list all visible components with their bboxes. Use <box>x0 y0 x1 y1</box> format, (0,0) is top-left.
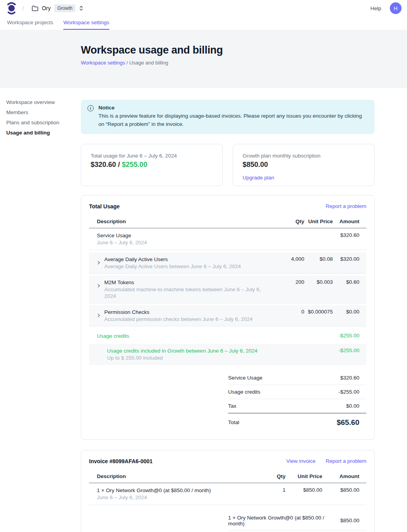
row-unit-price: $0.08 <box>304 256 333 262</box>
col-amount: Amount <box>322 473 359 479</box>
chevron-right-icon <box>97 313 101 317</box>
view-invoice-link[interactable]: View invoice <box>286 458 316 464</box>
col-description: Description <box>97 473 254 479</box>
summary-row-tax: Tax $0.00 <box>228 399 366 414</box>
row-amount: $0.00 <box>333 309 359 315</box>
tab-workspace-settings[interactable]: Workspace settings <box>63 20 109 30</box>
breadcrumb-link-workspace-settings[interactable]: Workspace settings <box>81 60 125 66</box>
row-subtitle: Up to $ 255.00 included <box>107 355 333 361</box>
table-row-average-daily-active-users[interactable]: Average Daily Active Users Average Daily… <box>89 253 366 274</box>
col-description: Description <box>97 219 273 224</box>
content-column: i Notice This is a preview feature for d… <box>81 100 375 532</box>
row-title: Average Daily Active Users <box>104 256 273 263</box>
total-usage-value: $320.60 / $255.00 <box>91 161 213 169</box>
workspace-name: Ory <box>42 5 51 11</box>
plan-subscription-value: $850.00 <box>243 161 365 169</box>
total-usage-label: Total usage for June 6 – July 6, 2024 <box>91 153 213 159</box>
plan-subscription-card: Growth plan monthly subscription $850.00… <box>233 144 375 186</box>
row-qty: 0 <box>273 309 304 315</box>
table-row-invoice-line: 1 × Ory Network Growth@0 (at $850.00 / m… <box>89 483 366 505</box>
row-subtitle: Accumulated permission checks between Ju… <box>104 316 273 322</box>
chevron-updown-icon[interactable] <box>79 5 84 11</box>
notice-title: Notice <box>98 105 365 111</box>
summary-cards-row: Total usage for June 6 – July 6, 2024 $3… <box>81 144 375 186</box>
row-qty: 200 <box>273 279 304 285</box>
sidebar-item-plans-and-subscription[interactable]: Plans and subscription <box>6 120 81 125</box>
ory-logo[interactable] <box>6 2 17 14</box>
summary-row-line-item: 1 × Ory Network Growth@0 (at $850.00 / m… <box>228 511 366 531</box>
row-amount: $320.00 <box>333 256 359 262</box>
row-title: 1 × Ory Network Growth@0 (at $850.00 / m… <box>97 487 254 494</box>
table-row-usage-credits-detail: Usage credits included in Growth between… <box>89 344 366 365</box>
table-row-permission-checks[interactable]: Permission Checks Accumulated permission… <box>89 305 366 326</box>
sidebar-item-workspace-overview[interactable]: Workspace overview <box>6 100 81 105</box>
breadcrumb-slash: / <box>22 5 24 12</box>
col-unit-price: Unit Price <box>304 219 333 224</box>
usage-summary: Service Usage $320.60 Usage credits -$25… <box>228 371 366 432</box>
table-row-usage-credits: Usage credits -$255.00 <box>89 328 366 344</box>
tab-workspace-projects[interactable]: Workspace projects <box>7 20 53 30</box>
table-row-service-usage: Service Usage June 6 – July 6, 2024 $320… <box>89 228 366 250</box>
usage-card-title: Total Usage <box>89 203 326 210</box>
invoice-card: Invoice #8099AFA6-0001 View invoice Repo… <box>81 450 375 532</box>
row-qty: 1 <box>254 487 286 493</box>
usage-table-header: Description Qty Unit Price Amount <box>89 216 366 228</box>
chevron-right-icon <box>97 284 101 288</box>
topbar: / Ory Growth Help H <box>0 0 407 16</box>
plan-badge[interactable]: Growth <box>54 4 76 12</box>
avatar[interactable]: H <box>390 2 402 14</box>
report-a-problem-link[interactable]: Report a problem <box>326 203 366 209</box>
row-amount: $850.00 <box>322 487 359 493</box>
settings-sidebar: Workspace overview Members Plans and sub… <box>6 100 81 532</box>
invoice-table-header: Description Qty Unit Price Amount <box>89 471 366 483</box>
page-title: Workspace usage and billing <box>81 44 407 56</box>
total-usage-card: Total usage for June 6 – July 6, 2024 $3… <box>81 144 223 186</box>
row-unit-price: $0.003 <box>304 279 333 285</box>
usage-credit-value: $255.00 <box>122 161 147 168</box>
row-title: M2M Tokens <box>104 279 273 286</box>
col-amount: Amount <box>333 219 359 224</box>
row-subtitle: Average Daily Active Users between June … <box>104 263 273 270</box>
upgrade-plan-link[interactable]: Upgrade plan <box>243 175 274 181</box>
row-title: Usage credits included in Growth between… <box>107 348 333 354</box>
summary-row-service-usage: Service Usage $320.60 <box>228 371 366 385</box>
col-unit-price: Unit Price <box>286 473 322 479</box>
row-amount: $320.60 <box>333 232 359 238</box>
invoice-summary: 1 × Ory Network Growth@0 (at $850.00 / m… <box>228 511 366 532</box>
breadcrumb-current: Usage and billing <box>129 60 168 66</box>
page-header: Workspace usage and billing Workspace se… <box>0 30 407 88</box>
row-title: Usage credits <box>97 333 333 339</box>
summary-row-total: Total $65.60 <box>228 414 366 432</box>
sidebar-item-usage-and-billing[interactable]: Usage and billing <box>6 130 81 136</box>
breadcrumb: Workspace settings / Usage and billing <box>81 60 407 66</box>
col-qty: Qty <box>273 219 304 224</box>
help-link[interactable]: Help <box>370 5 381 11</box>
row-unit-price: $850.00 <box>286 487 322 493</box>
row-title: Permission Checks <box>104 309 273 315</box>
sidebar-item-members[interactable]: Members <box>6 110 81 115</box>
main-area: Workspace overview Members Plans and sub… <box>0 100 407 532</box>
row-unit-price: $0.000075 <box>304 309 333 315</box>
folder-icon <box>32 5 38 11</box>
notice-banner: i Notice This is a preview feature for d… <box>81 100 375 134</box>
notice-body: This is a preview feature for displaying… <box>98 112 365 129</box>
row-amount: -$255.00 <box>333 333 359 339</box>
row-amount: $0.60 <box>333 279 359 285</box>
total-usage-table-card: Total Usage Report a problem Description… <box>81 195 375 440</box>
row-subtitle: June 6 – July 6, 2024 <box>97 494 254 501</box>
invoice-title: Invoice #8099AFA6-0001 <box>89 458 286 464</box>
row-subtitle: June 6 – July 6, 2024 <box>97 239 273 246</box>
report-a-problem-link[interactable]: Report a problem <box>326 458 366 464</box>
chevron-right-icon <box>97 261 101 265</box>
row-qty: 4,000 <box>273 256 304 262</box>
info-icon: i <box>87 105 94 111</box>
workspace-tabbar: Workspace projects Workspace settings <box>0 16 407 30</box>
col-qty: Qty <box>254 473 286 479</box>
row-amount: -$255.00 <box>333 348 359 353</box>
row-title: Service Usage <box>97 232 273 239</box>
table-row-m2m-tokens[interactable]: M2M Tokens Accumulated machine-to-machin… <box>89 276 366 303</box>
breadcrumb-separator: / <box>125 60 129 66</box>
summary-row-usage-credits: Usage credits -$255.00 <box>228 385 366 399</box>
row-subtitle: Accumulated machine-to-machine tokens be… <box>104 286 273 299</box>
plan-subscription-label: Growth plan monthly subscription <box>243 153 365 159</box>
